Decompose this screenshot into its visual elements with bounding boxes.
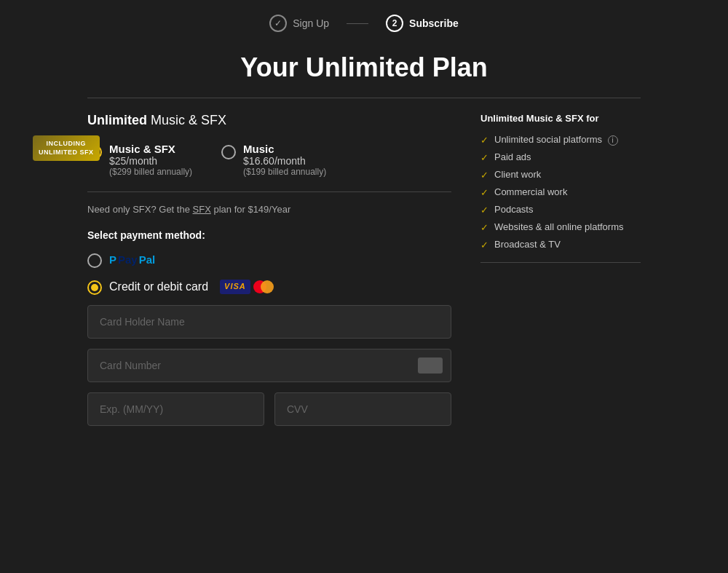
content-area: Unlimited Music & SFX INCLUDING UNLIMITE… — [87, 113, 641, 436]
right-panel: Unlimited Music & SFX for ✓ Unlimited so… — [480, 113, 641, 436]
cvv-group — [274, 392, 451, 426]
feature-commercial-work: ✓ Commercial work — [480, 186, 641, 198]
check-icon-5: ✓ — [480, 222, 488, 233]
mastercard-icon — [253, 280, 275, 294]
radio-card[interactable] — [87, 280, 102, 295]
step-signup-circle: ✓ — [269, 15, 287, 32]
feature-text-4: Podcasts — [494, 204, 533, 215]
steps-bar: ✓ Sign Up 2 Subscribe — [269, 15, 459, 32]
step-subscribe-label: Subscribe — [409, 17, 459, 29]
plan-divider — [87, 191, 451, 192]
expiry-cvv-row — [87, 392, 451, 436]
feature-podcasts: ✓ Podcasts — [480, 204, 641, 216]
expiry-input[interactable] — [87, 392, 264, 426]
card-holder-group — [87, 305, 451, 339]
sfx-link[interactable]: SFX — [193, 204, 211, 215]
step-signup: ✓ Sign Up — [269, 15, 329, 32]
step-subscribe-circle: 2 — [386, 15, 403, 32]
check-icon-4: ✓ — [480, 205, 488, 216]
visa-icon: VISA — [220, 280, 250, 294]
payment-option-paypal[interactable]: PPayPal — [87, 251, 451, 268]
feature-client-work: ✓ Client work — [480, 169, 641, 181]
paypal-logo: PPayPal — [109, 253, 155, 266]
card-number-input[interactable] — [87, 349, 451, 382]
plan-options: INCLUDING UNLIMITED SFX Music & SFX $25/… — [87, 143, 451, 177]
feature-text-6: Broadcast & TV — [494, 239, 561, 250]
card-type-icon — [418, 357, 443, 374]
feature-text-3: Commercial work — [494, 186, 567, 197]
feature-text-0: Unlimited social platforms i — [494, 134, 618, 146]
check-icon-6: ✓ — [480, 240, 488, 250]
payment-card-label: Credit or debit card — [109, 280, 208, 293]
plan-option-music-billed: ($199 billed annually) — [243, 167, 326, 177]
feature-text-1: Paid ads — [494, 151, 531, 162]
right-divider — [480, 262, 641, 263]
feature-websites: ✓ Websites & all online platforms — [480, 221, 641, 233]
plan-option-music-sfx-billed: ($299 billed annually) — [109, 167, 192, 177]
plan-option-music-price: $16.60/month — [243, 155, 326, 167]
plan-title-rest: Music & SFX — [147, 113, 226, 127]
feature-unlimited-social: ✓ Unlimited social platforms i — [480, 134, 641, 146]
step-divider — [347, 23, 368, 24]
plan-option-music-info: Music $16.60/month ($199 billed annually… — [243, 143, 326, 177]
page-title: Your Unlimited Plan — [240, 52, 487, 83]
step-subscribe: 2 Subscribe — [386, 15, 459, 32]
features-title: Unlimited Music & SFX for — [480, 113, 641, 124]
plan-option-music-sfx[interactable]: Music & SFX $25/month ($299 billed annua… — [87, 143, 192, 177]
payment-option-card[interactable]: Credit or debit card VISA — [87, 278, 451, 295]
plan-option-music-sfx-name: Music & SFX — [109, 143, 192, 155]
plan-title-bold: Unlimited — [87, 113, 147, 127]
plan-option-music-sfx-price: $25/month — [109, 155, 192, 167]
plan-option-music-name: Music — [243, 143, 326, 155]
feature-paid-ads: ✓ Paid ads — [480, 151, 641, 163]
card-holder-input[interactable] — [87, 305, 451, 339]
check-icon-0: ✓ — [480, 135, 488, 146]
payment-label: Select payment method: — [87, 229, 451, 241]
info-icon-0[interactable]: i — [608, 135, 618, 146]
feature-text-5: Websites & all online platforms — [494, 221, 624, 232]
cvv-input[interactable] — [274, 392, 451, 426]
step-signup-label: Sign Up — [293, 17, 329, 29]
radio-card-inner — [91, 284, 98, 291]
check-icon-3: ✓ — [480, 187, 488, 198]
feature-broadcast: ✓ Broadcast & TV — [480, 239, 641, 250]
plan-option-music-sfx-info: Music & SFX $25/month ($299 billed annua… — [109, 143, 192, 177]
card-icons: VISA — [220, 280, 275, 294]
radio-paypal[interactable] — [87, 253, 102, 268]
page-wrapper: ✓ Sign Up 2 Subscribe Your Unlimited Pla… — [0, 0, 728, 573]
card-number-group — [87, 349, 451, 382]
check-icon-1: ✓ — [480, 152, 488, 163]
feature-text-2: Client work — [494, 169, 541, 180]
unlimited-sfx-badge: INCLUDING UNLIMITED SFX — [33, 135, 100, 161]
check-icon-2: ✓ — [480, 170, 488, 181]
plan-option-music[interactable]: Music $16.60/month ($199 billed annually… — [221, 143, 326, 177]
main-divider — [87, 98, 641, 98]
left-panel: Unlimited Music & SFX INCLUDING UNLIMITE… — [87, 113, 451, 436]
plan-title: Unlimited Music & SFX — [87, 113, 451, 128]
radio-music[interactable] — [221, 145, 236, 159]
expiry-group — [87, 392, 264, 426]
sfx-note: Need only SFX? Get the SFX plan for $149… — [87, 204, 451, 215]
